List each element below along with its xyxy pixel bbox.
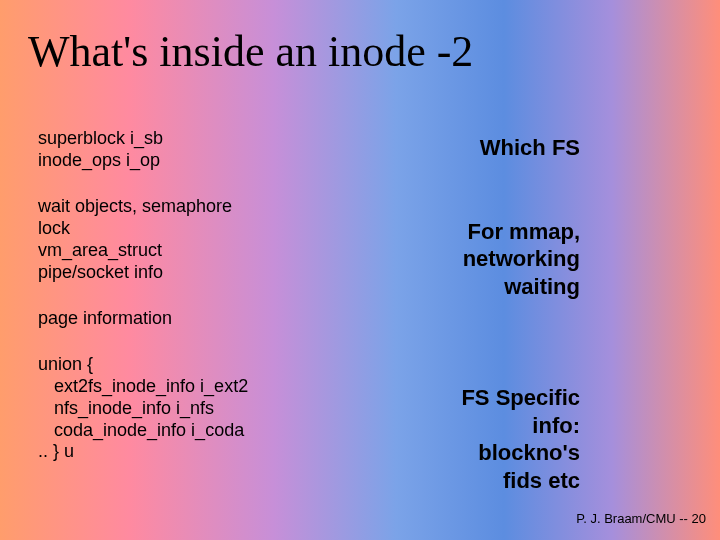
text-line: pipe/socket info [38, 262, 338, 284]
text-line: fids etc [380, 467, 580, 495]
text-line: .. } u [38, 441, 338, 463]
slide-title: What's inside an inode -2 [28, 26, 473, 77]
right-column: Which FS For mmap, networking waiting FS… [380, 128, 580, 494]
text-line: waiting [380, 273, 580, 301]
block-union: union { ext2fs_inode_info i_ext2 nfs_ino… [38, 354, 338, 464]
text-line: wait objects, semaphore [38, 196, 338, 218]
text-line: union { [38, 354, 338, 376]
text-line: blockno's [380, 439, 580, 467]
block-superblock: superblock i_sb inode_ops i_op [38, 128, 338, 172]
annotation-fs-specific: FS Specific info: blockno's fids etc [380, 384, 580, 494]
text-line: inode_ops i_op [38, 150, 338, 172]
text-line: vm_area_struct [38, 240, 338, 262]
slide-footer: P. J. Braam/CMU -- 20 [576, 511, 706, 526]
text-line: page information [38, 308, 338, 330]
text-line: Which FS [380, 134, 580, 162]
text-line: lock [38, 218, 338, 240]
text-line: For mmap, [380, 218, 580, 246]
block-page-info: page information [38, 308, 338, 330]
left-column: superblock i_sb inode_ops i_op wait obje… [38, 128, 338, 487]
annotation-which-fs: Which FS [380, 134, 580, 162]
text-line: ext2fs_inode_info i_ext2 [38, 376, 338, 398]
text-line: superblock i_sb [38, 128, 338, 150]
text-line: FS Specific [380, 384, 580, 412]
text-line: networking [380, 245, 580, 273]
annotation-mmap: For mmap, networking waiting [380, 218, 580, 301]
text-line: nfs_inode_info i_nfs [38, 398, 338, 420]
block-wait-objects: wait objects, semaphore lock vm_area_str… [38, 196, 338, 284]
slide: What's inside an inode -2 superblock i_s… [0, 0, 720, 540]
text-line: coda_inode_info i_coda [38, 420, 338, 442]
text-line: info: [380, 412, 580, 440]
